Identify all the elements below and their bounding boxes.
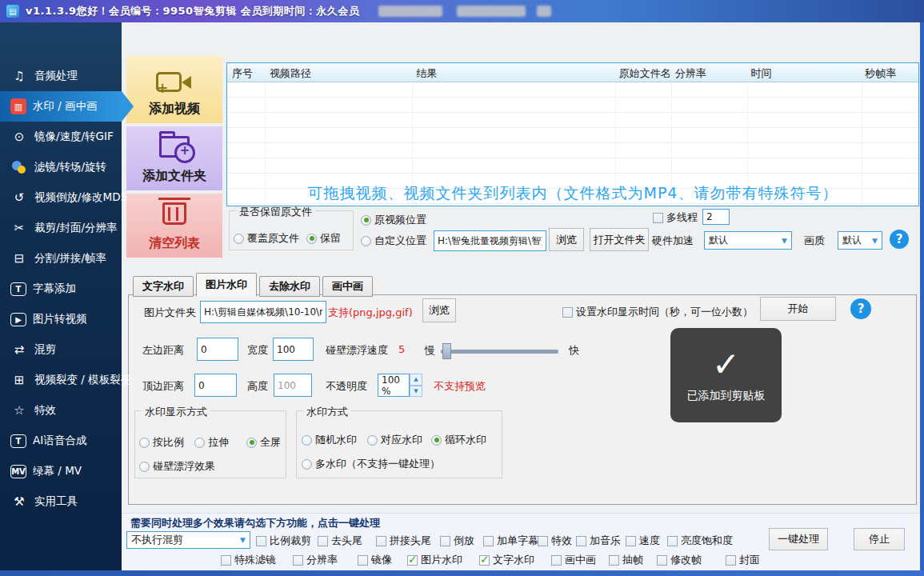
checkbox-brightness-saturation[interactable]: 亮度饱和度 [667, 534, 733, 548]
radio-original-position[interactable]: 原视频位置 [361, 213, 426, 227]
shuffle-icon: ⇄ [10, 341, 28, 358]
sidebar-item-crop-cover-resolution[interactable]: ✂ 裁剪/封面/分辨率 [0, 213, 122, 243]
checkbox-set-watermark-time[interactable]: 设置水印显示时间（秒，可一位小数） [562, 305, 753, 319]
radio-multi-watermark[interactable]: 多水印（不支持一键处理） [302, 457, 440, 471]
checkbox-box [576, 536, 586, 546]
checkbox-box [483, 536, 494, 546]
sidebar-item-watermark-pip[interactable]: ▥ 水印 / 画中画 [0, 91, 122, 122]
tab-text-watermark[interactable]: 文字水印 [133, 276, 194, 297]
radio-random-watermark[interactable]: 随机水印 [302, 433, 357, 447]
checkbox-ratio-crop[interactable]: 比例裁剪 [256, 534, 311, 548]
drag-drop-hint: 可拖拽视频、视频文件夹到列表内（文件格式为MP4、请勿带有特殊符号） [227, 183, 918, 204]
clear-list-button[interactable]: 清空列表 [126, 194, 222, 258]
col-original-filename[interactable]: 原始文件名 [614, 63, 670, 82]
checkbox-mirror[interactable]: 镜像 [358, 553, 392, 567]
one-click-process-button[interactable]: 一键处理 [769, 528, 828, 550]
browse-output-button[interactable]: 浏览 [549, 228, 584, 251]
radio-scale[interactable]: 按比例 [139, 435, 184, 450]
open-folder-button[interactable]: 打开文件夹 [590, 228, 649, 251]
help-icon[interactable]: ? [890, 230, 909, 249]
sidebar-item-mirror-speed-gif[interactable]: ⊙ 镜像/速度/转GIF [0, 122, 122, 152]
batch-hint: 需要同时处理多个效果请勾选下方功能，点击一键处理 [130, 516, 380, 530]
sidebar-item-subtitle[interactable]: T 字幕添加 [0, 274, 122, 304]
mix-cut-select[interactable]: 不执行混剪 ▼ [126, 531, 250, 549]
checkbox-splice-head-tail[interactable]: 拼接头尾 [376, 534, 431, 548]
radio-custom-position[interactable]: 自定义位置 [361, 234, 426, 248]
image-folder-input[interactable] [200, 301, 326, 323]
start-button[interactable]: 开始 [760, 297, 836, 321]
radio-keep-original[interactable]: 保留 [306, 231, 341, 246]
stop-button[interactable]: 停止 [854, 528, 905, 550]
top-margin-input[interactable] [194, 374, 237, 397]
checkbox-box [440, 536, 450, 546]
slider-handle[interactable] [442, 343, 451, 359]
sidebar-item-image-to-video[interactable]: ▶ 图片转视频 [0, 304, 122, 334]
toast-message: 已添加到剪贴板 [687, 389, 766, 403]
help-icon[interactable]: ? [850, 298, 871, 319]
sidebar-item-reverse-md5[interactable]: ↺ 视频倒放/修改MD5 [0, 182, 122, 213]
col-result[interactable]: 结果 [411, 63, 614, 82]
height-input[interactable] [274, 374, 312, 397]
hardware-accel-select[interactable]: 默认 ▼ [704, 231, 792, 250]
top-margin-label: 顶边距离 [142, 379, 184, 394]
sidebar-item-tools[interactable]: ⚒ 实用工具 [0, 486, 122, 517]
checkbox-pip[interactable]: 画中画 [551, 553, 596, 567]
radio-overwrite-original[interactable]: 覆盖原文件 [234, 231, 299, 246]
spin-up-icon[interactable]: ▲ [410, 374, 422, 386]
add-folder-button[interactable]: 添加文件夹 [126, 126, 222, 190]
radio-fullscreen[interactable]: 全屏 [246, 435, 281, 450]
radio-stretch[interactable]: 拉伸 [194, 435, 229, 450]
hardware-accel-label: 硬件加速 [652, 234, 694, 248]
radio-icon [367, 435, 378, 446]
sidebar-item-greenscreen-mv[interactable]: MV 绿幕 / MV [0, 456, 122, 486]
checkbox-special-filter[interactable]: 特殊滤镜 [221, 553, 276, 567]
add-folder-icon [159, 136, 190, 158]
checkbox-resolution[interactable]: 分辨率 [293, 553, 338, 567]
sidebar-item-filter-transition-rotate[interactable]: 滤镜/转场/旋转 [0, 152, 122, 182]
radio-matching-watermark[interactable]: 对应水印 [367, 433, 422, 447]
checkbox-frame-extract[interactable]: 抽帧 [609, 553, 643, 567]
tab-image-watermark[interactable]: 图片水印 [196, 273, 257, 297]
sidebar-item-video-fission[interactable]: ⊞ 视频裂变 / 模板裂变 [0, 365, 122, 395]
checkbox-multithread[interactable]: 多线程 [653, 210, 698, 225]
check box-image-watermark[interactable]: 图片水印 [407, 553, 462, 567]
multithread-count-input[interactable] [702, 209, 730, 225]
radio-bounce-float[interactable]: 碰壁漂浮效果 [139, 459, 215, 474]
checkbox-trim-head-tail[interactable]: 去头尾 [318, 534, 362, 548]
col-video-path[interactable]: 视频路径 [265, 63, 412, 82]
checkbox-add-subtitle[interactable]: 加单字幕 [483, 534, 538, 548]
selected-value: 默认 [709, 234, 728, 247]
tab-pip[interactable]: 画中画 [322, 276, 373, 297]
col-index[interactable]: 序号 [227, 63, 265, 82]
check-icon: ✓ [712, 348, 740, 382]
sidebar-item-ai-voice[interactable]: T AI语音合成 [0, 426, 122, 456]
opacity-spinner-value[interactable]: 100 % [378, 374, 410, 397]
sidebar-item-split-splice-framerate[interactable]: ⊟ 分割/拼接/帧率 [0, 243, 122, 274]
checkbox-effects[interactable]: 特效 [538, 534, 572, 548]
checkbox-modify-frame[interactable]: 修改帧 [657, 553, 702, 567]
checkbox-reverse[interactable]: 倒放 [440, 534, 474, 548]
browse-image-folder-button[interactable]: 浏览 [422, 298, 456, 322]
sidebar-item-audio[interactable]: ♫ 音频处理 [0, 61, 122, 91]
video-reverse-icon: ↺ [10, 189, 28, 206]
checkbox-add-music[interactable]: 加音乐 [576, 534, 621, 548]
col-time[interactable]: 时间 [746, 63, 860, 82]
sidebar-item-effects[interactable]: ☆ 特效 [0, 395, 122, 426]
checkbox-speed[interactable]: 速度 [626, 534, 660, 548]
quality-select[interactable]: 默认 ▼ [838, 231, 882, 250]
add-video-button[interactable]: 添加视频 [126, 56, 222, 123]
left-margin-input[interactable] [197, 338, 238, 361]
spin-down-icon[interactable]: ▼ [410, 386, 422, 398]
chevron-down-icon: ▼ [240, 536, 250, 544]
float-speed-slider[interactable] [441, 350, 558, 354]
tab-remove-watermark[interactable]: 去除水印 [259, 276, 320, 297]
checkbox-text-watermark[interactable]: 文字水印 [479, 553, 534, 567]
checkbox-cover[interactable]: 封面 [726, 553, 760, 567]
radio-cycle-watermark[interactable]: 循环水印 [431, 433, 486, 447]
col-resolution[interactable]: 分辨率 [670, 63, 746, 82]
width-input[interactable] [273, 338, 314, 361]
output-path-input[interactable] [434, 230, 546, 251]
col-fps[interactable]: 秒帧率 [860, 63, 918, 82]
sidebar-item-mix-cut[interactable]: ⇄ 混剪 [0, 334, 122, 365]
group-title: 水印显示方式 [142, 405, 210, 419]
